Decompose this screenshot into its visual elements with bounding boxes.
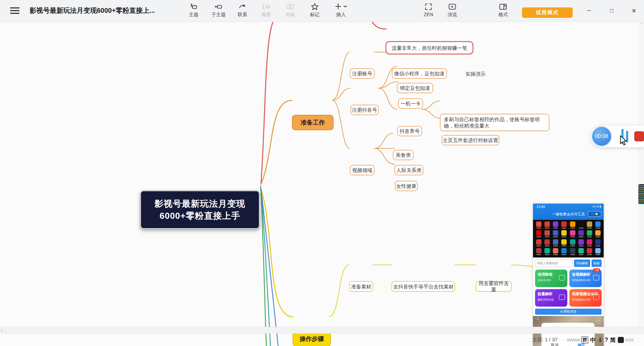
app-icon[interactable]: [594, 239, 602, 247]
app-icon[interactable]: [560, 230, 568, 238]
trial-mode-button[interactable]: 试用模式: [522, 7, 573, 18]
card-batch[interactable]: 批量解析 解析所有作品: [535, 289, 567, 307]
toolbar-subtopic[interactable]: 子主题: [206, 2, 231, 18]
recorder-timer[interactable]: 00:08: [591, 126, 612, 147]
ime-help-key[interactable]: ?: [605, 337, 608, 343]
node-preparation[interactable]: 准备工作: [292, 115, 334, 130]
toolbar-format-label: 格式: [498, 12, 508, 18]
node-tag-strategy[interactable]: 多刷与自己标签相符的作品，使账号标签明确，粉丝精准流量大: [440, 114, 550, 131]
node-one-device[interactable]: 一机一卡: [398, 98, 423, 109]
image-icon: [593, 295, 599, 300]
toolbar-topic[interactable]: 主题: [181, 2, 206, 18]
node-profile-setup[interactable]: 主页五件套进行对标设置: [442, 135, 499, 145]
node-prepare-material[interactable]: 准备素材: [349, 281, 373, 292]
stop-button[interactable]: [634, 131, 644, 141]
node-wechat-miniprogram[interactable]: 微信小程序，豆包知道: [392, 68, 447, 79]
node-traffic-note[interactable]: 流量非常大，抓住时机狠狠赚一笔: [385, 41, 473, 55]
toolbar-format[interactable]: 格式: [491, 2, 516, 18]
node-dedupe-software[interactable]: 用去重软件去重: [476, 281, 512, 292]
menu-icon[interactable]: [10, 7, 20, 14]
scroll-up-icon[interactable]: ⌃: [639, 22, 644, 27]
paste-button[interactable]: 粘贴: [592, 260, 602, 267]
edge-thumbnail[interactable]: [638, 184, 644, 204]
app-icon[interactable]: [535, 248, 542, 256]
app-icon[interactable]: [569, 239, 576, 247]
app-icon[interactable]: [535, 221, 542, 229]
toolbar-insert[interactable]: 插入: [329, 2, 353, 18]
app-icon[interactable]: [543, 239, 551, 247]
app-icon[interactable]: [560, 248, 568, 256]
app-icon[interactable]: [594, 248, 602, 256]
card-album[interactable]: 相册视频去水印 本地视频去水印: [569, 289, 602, 307]
vertical-scrollbar[interactable]: ⌃: [639, 22, 644, 327]
app-icon[interactable]: [594, 221, 602, 229]
toolbar-relationship[interactable]: 联系: [230, 2, 255, 18]
app-icon[interactable]: [552, 248, 559, 256]
app-icon[interactable]: [535, 239, 542, 247]
card-short-video[interactable]: 火爆 短视频解析 复制链接去水印: [569, 270, 602, 287]
app-icon[interactable]: [569, 230, 576, 238]
node-find-material[interactable]: 去抖音快手等平台去找素材: [391, 281, 455, 292]
ime-toolbar[interactable]: www 拼 中 ⇩ ? 简 om: [567, 335, 634, 345]
toolbar-summary-label: 概要: [262, 12, 271, 18]
app-icon[interactable]: [577, 221, 585, 229]
app-icon[interactable]: [594, 230, 602, 238]
app-icon[interactable]: [569, 248, 576, 256]
app-icon[interactable]: [535, 230, 542, 238]
ad-close-icon[interactable]: ✕: [596, 317, 602, 323]
app-icon[interactable]: [577, 239, 585, 247]
node-register-douyin[interactable]: 注册抖音号: [350, 105, 379, 115]
toolbar-present[interactable]: 演说: [440, 2, 465, 18]
app-icon[interactable]: [543, 230, 551, 238]
app-icon[interactable]: [586, 239, 593, 247]
toolbar-marker[interactable]: 标记: [302, 2, 327, 18]
close-button[interactable]: ✕: [629, 6, 639, 15]
node-video-field[interactable]: 视频领域: [350, 165, 375, 175]
title-bar: 影视号最新玩法月变现6000+零粉直接上... 主题 子主题 联系 概要 外框 …: [0, 0, 644, 22]
node-register-account[interactable]: 注册账号: [350, 68, 375, 79]
node-relationships[interactable]: 人际关系类: [394, 165, 423, 175]
app-icon[interactable]: [543, 248, 551, 256]
scroll-left-icon[interactable]: ‹: [1, 327, 2, 333]
node-women-health[interactable]: 女性健康: [395, 181, 418, 191]
mindmap-canvas[interactable]: 流量非常大，抓住时机狠狠赚一笔 影视号最新玩法月变现 6000+零粉直接上手 准…: [0, 22, 644, 346]
toolbar-zen[interactable]: ZEN: [416, 2, 441, 17]
app-icon[interactable]: [543, 221, 551, 229]
app-icon[interactable]: [560, 239, 568, 247]
app-icon[interactable]: [552, 239, 559, 247]
node-bind-doubao[interactable]: 绑定豆包知道: [397, 83, 433, 93]
node-account-nurture[interactable]: 抖音养号: [397, 126, 422, 136]
app-icon[interactable]: [586, 230, 593, 238]
minimize-button[interactable]: ─: [584, 6, 594, 15]
node-food[interactable]: 美食类: [393, 150, 414, 160]
toolbar-boundary: 外框: [278, 2, 303, 18]
node-demo-text[interactable]: 实操演示: [465, 71, 486, 77]
relationship-icon: [238, 2, 247, 11]
parse-button[interactable]: 开始解析: [574, 260, 590, 267]
ime-down-key[interactable]: ⇩: [598, 337, 603, 344]
ime-simplified-key[interactable]: 简: [610, 336, 616, 344]
star-icon: [310, 2, 319, 11]
maximize-button[interactable]: □: [607, 6, 617, 15]
phone-header: 13:44 ııll 40 ▮ 一键免费去水印工具 ⋯ ◉: [533, 204, 604, 220]
ime-chinese-key[interactable]: 中: [590, 336, 596, 344]
app-icon[interactable]: [552, 230, 559, 238]
video-link-input[interactable]: 请输入视频链接: [535, 260, 573, 267]
phone-screenshot[interactable]: 13:44 ııll 40 ▮ 一键免费去水印工具 ⋯ ◉ 请输入视频链接 开始…: [533, 204, 604, 346]
app-icon[interactable]: [586, 248, 593, 256]
card-tutorial[interactable]: 使用教程 如何去水印: [535, 270, 567, 287]
ime-settings-icon[interactable]: [618, 337, 624, 343]
app-icon[interactable]: [586, 221, 593, 229]
root-topic[interactable]: 影视号最新玩法月变现 6000+零粉直接上手: [140, 191, 260, 229]
app-icon[interactable]: [577, 248, 585, 256]
toolbar-zen-label: ZEN: [424, 12, 433, 17]
share-friends-bar[interactable]: 分享给好友: [535, 309, 602, 315]
miniprogram-pill[interactable]: ⋯ ◉: [588, 211, 602, 217]
app-icon[interactable]: [560, 221, 568, 229]
app-icon[interactable]: [577, 230, 585, 238]
app-icon[interactable]: [552, 221, 559, 229]
ime-pinyin-key[interactable]: 拼: [581, 337, 588, 343]
topic-icon: [189, 2, 198, 11]
horizontal-scrollbar[interactable]: ‹: [0, 327, 644, 334]
app-icon[interactable]: [569, 221, 576, 229]
